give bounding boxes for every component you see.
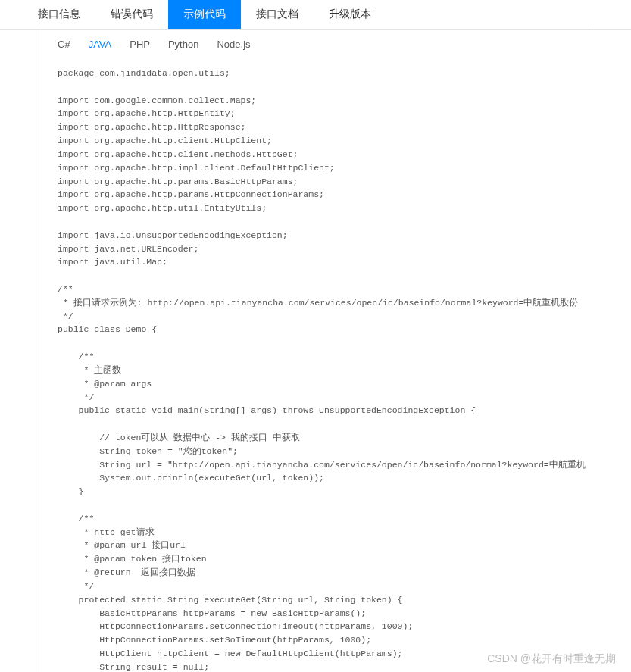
tab-interface-doc[interactable]: 接口文档 (241, 0, 314, 29)
lang-tab-python[interactable]: Python (168, 37, 198, 52)
tab-upgrade-version[interactable]: 升级版本 (314, 0, 386, 29)
code-block: package com.jindidata.open.utils; import… (42, 58, 589, 672)
language-tabs: C# JAVA PHP Python Node.js (42, 30, 589, 58)
content-wrapper: C# JAVA PHP Python Node.js package com.j… (0, 30, 631, 672)
tab-error-code[interactable]: 错误代码 (95, 0, 168, 29)
tab-example-code[interactable]: 示例代码 (168, 0, 241, 29)
lang-tab-java[interactable]: JAVA (89, 37, 112, 52)
lang-tab-csharp[interactable]: C# (58, 37, 70, 52)
lang-tab-nodejs[interactable]: Node.js (217, 37, 250, 52)
top-tabs: 接口信息 错误代码 示例代码 接口文档 升级版本 (0, 0, 631, 30)
lang-tab-php[interactable]: PHP (130, 37, 150, 52)
code-panel: C# JAVA PHP Python Node.js package com.j… (42, 30, 589, 672)
tab-interface-info[interactable]: 接口信息 (23, 0, 95, 29)
